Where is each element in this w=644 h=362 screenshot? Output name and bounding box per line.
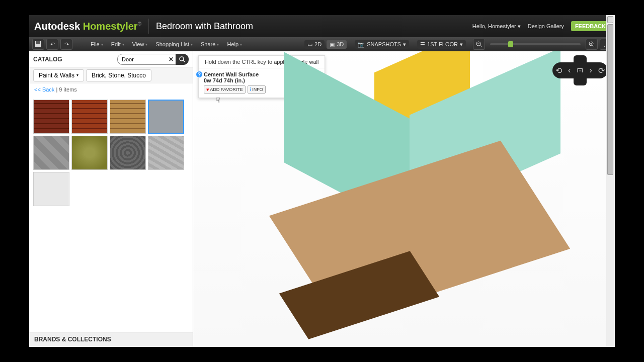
menu-help[interactable]: Help▾ — [223, 39, 246, 49]
design-canvas[interactable]: ? Hold down the CTRL key to apply a sing… — [193, 51, 615, 347]
camera-icon: 📷 — [358, 41, 365, 48]
2d-icon: ▭ — [307, 41, 312, 48]
redo-button[interactable]: ↷ — [60, 39, 72, 50]
crumb-paint-walls[interactable]: Paint & Walls▾ — [33, 69, 84, 81]
nav-right-icon[interactable]: › — [590, 66, 592, 75]
chevron-down-icon: ▾ — [101, 42, 103, 47]
crumb-brick-stone[interactable]: Brick, Stone, Stucco — [86, 69, 151, 81]
menu-file[interactable]: File▾ — [87, 39, 107, 49]
chevron-down-icon: ▾ — [240, 42, 242, 47]
layers-icon: ☰ — [420, 41, 425, 48]
swatch-stone-block[interactable] — [33, 136, 69, 170]
chevron-down-icon: ▾ — [76, 73, 78, 77]
zoom-thumb[interactable] — [508, 41, 513, 47]
logo[interactable]: Autodesk Homestyler® — [34, 21, 141, 32]
logo-brand: Autodesk — [34, 21, 80, 32]
scroll-up-button[interactable] — [607, 16, 613, 23]
swatch-brick-red-2[interactable] — [71, 100, 108, 134]
help-icon[interactable]: ? — [196, 71, 203, 78]
rotate-right-icon[interactable]: ⟳ — [598, 66, 605, 75]
toolbar: ↶ ↷ File▾Edit▾View▾Shopping List▾Share▾H… — [29, 37, 615, 51]
add-favorite-button[interactable]: ♥ADD FAVORITE — [204, 85, 246, 94]
swatch-grid — [29, 96, 193, 210]
menu-view[interactable]: View▾ — [128, 39, 152, 49]
clear-search-button[interactable]: ✕ — [169, 56, 174, 63]
brands-collections[interactable]: BRANDS & COLLECTIONS — [29, 332, 193, 347]
svg-line-3 — [480, 45, 481, 47]
svg-rect-1 — [36, 41, 40, 44]
nav-left-icon[interactable]: ‹ — [568, 66, 571, 75]
chevron-down-icon: ▾ — [403, 41, 406, 48]
svg-line-10 — [183, 60, 185, 62]
swatch-stone-dark[interactable] — [110, 136, 146, 170]
snapshots-button[interactable]: 📷SNAPSHOTS▾ — [355, 40, 409, 49]
menu-edit[interactable]: Edit▾ — [107, 39, 128, 49]
undo-button[interactable]: ↶ — [46, 39, 58, 50]
swatch-cement-wall[interactable] — [148, 100, 184, 134]
nav-up[interactable] — [574, 55, 587, 68]
menu-shopping-list[interactable]: Shopping List▾ — [151, 39, 197, 49]
heart-icon: ♥ — [206, 87, 209, 92]
3d-room-view[interactable] — [244, 56, 596, 328]
header-divider — [148, 19, 149, 34]
chevron-down-icon: ▾ — [460, 41, 463, 48]
zoom-out-button[interactable] — [473, 39, 485, 50]
feedback-button[interactable]: FEEDBACK — [571, 21, 610, 31]
chevron-down-icon: ▾ — [191, 42, 193, 47]
save-button[interactable] — [32, 39, 44, 50]
swatch-stucco-white[interactable] — [33, 172, 69, 206]
3d-nav-widget[interactable]: ⟲ ‹ ⊡ › ⟳ — [552, 55, 608, 85]
3d-icon: ▣ — [330, 41, 335, 48]
catalog-meta: << Back | 9 items — [29, 83, 193, 96]
cursor-icon: ☟ — [216, 96, 220, 104]
app-header: Autodesk Homestyler® Bedroom with Bathro… — [29, 15, 615, 37]
project-title: Bedroom with Bathroom — [156, 21, 253, 32]
catalog-sidebar: CATALOG ✕ Paint & Walls▾ Brick, Stone, S… — [29, 51, 193, 347]
svg-line-6 — [593, 45, 594, 47]
chevron-down-icon: ▾ — [122, 42, 124, 47]
trademark-icon: ® — [138, 21, 141, 27]
swatch-brick-tan[interactable] — [110, 100, 146, 134]
nav-down[interactable] — [574, 72, 587, 85]
chevron-down-icon: ▾ — [145, 42, 147, 47]
back-link[interactable]: << Back — [34, 86, 54, 93]
floor-selector[interactable]: ☰1ST FLOOR▾ — [417, 40, 466, 49]
chevron-down-icon: ▾ — [518, 23, 521, 29]
search-button[interactable] — [176, 54, 189, 65]
breadcrumb: Paint & Walls▾ Brick, Stone, Stucco — [29, 67, 193, 83]
rotate-left-icon[interactable]: ⟲ — [555, 66, 562, 75]
zoom-slider[interactable] — [490, 43, 581, 45]
chevron-down-icon: ▾ — [217, 42, 219, 47]
zoom-in-button[interactable] — [586, 39, 598, 50]
swatch-stone-cobble[interactable] — [148, 136, 184, 170]
view-2d-button[interactable]: ▭2D — [304, 40, 325, 49]
user-greeting[interactable]: Hello, Homestyler ▾ — [472, 23, 521, 30]
swatch-brick-red-1[interactable] — [33, 100, 69, 134]
view-3d-button[interactable]: ▣3D — [327, 40, 347, 49]
design-gallery-link[interactable]: Design Gallery — [528, 23, 564, 29]
catalog-label: CATALOG — [33, 56, 62, 63]
page-scrollbar[interactable] — [606, 15, 615, 347]
swatch-stone-moss[interactable] — [71, 136, 108, 170]
menu-share[interactable]: Share▾ — [197, 39, 223, 49]
logo-product: Homestyler — [83, 21, 138, 32]
scrollbar-thumb[interactable] — [607, 24, 613, 175]
svg-point-9 — [180, 57, 184, 61]
item-count: 9 items — [59, 86, 76, 93]
